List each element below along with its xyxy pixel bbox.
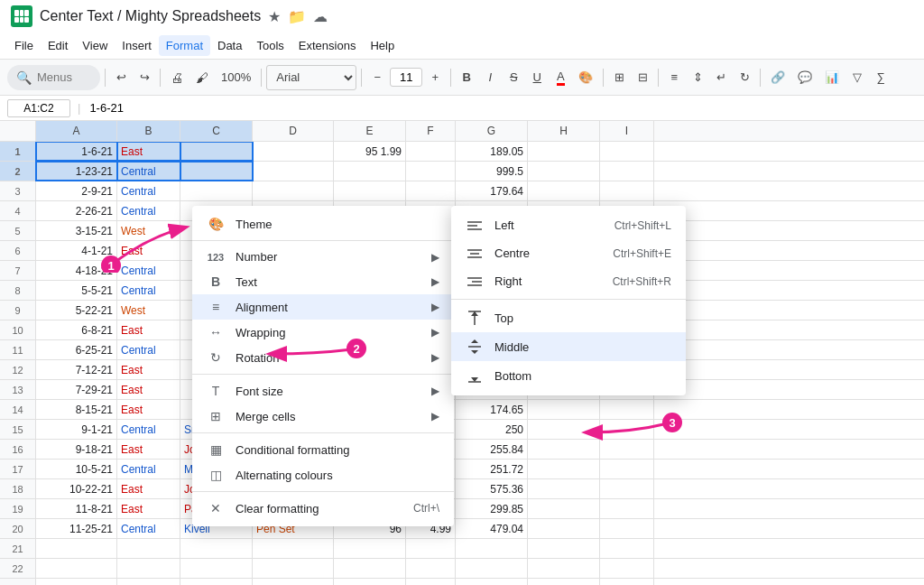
cell-a[interactable]: 4-1-21	[36, 241, 117, 260]
col-header-c[interactable]: C	[180, 121, 253, 141]
cell-g[interactable]: 174.65	[456, 400, 528, 419]
cell-e[interactable]: 95 1.99	[334, 142, 406, 161]
cell-h[interactable]	[528, 420, 600, 439]
cell-c[interactable]	[180, 539, 253, 558]
cell-g[interactable]: 575.36	[456, 479, 528, 498]
cell-b[interactable]: Central	[117, 181, 180, 200]
col-header-g[interactable]: G	[456, 121, 528, 141]
menu-edit[interactable]: Edit	[41, 35, 75, 56]
cell-h[interactable]	[528, 539, 600, 558]
bold-button[interactable]: B	[456, 65, 477, 90]
font-select[interactable]: Arial	[266, 65, 356, 90]
col-header-b[interactable]: B	[117, 121, 180, 141]
cell-g[interactable]: 251.72	[456, 460, 528, 478]
cell-c[interactable]	[180, 559, 253, 578]
cell-reference[interactable]	[7, 99, 70, 117]
cell-a[interactable]	[36, 579, 117, 585]
wrapping-item[interactable]: ↔ Wrapping ▶	[192, 320, 454, 345]
cell-h[interactable]	[528, 440, 600, 459]
cell-h[interactable]	[528, 479, 600, 498]
cell-c[interactable]	[180, 162, 253, 181]
align-middle-item[interactable]: Middle	[451, 332, 686, 361]
col-header-a[interactable]: A	[36, 121, 117, 141]
cell-a[interactable]: 7-29-21	[36, 380, 117, 399]
align-left-item[interactable]: Left Ctrl+Shift+L	[451, 211, 686, 239]
cell-a[interactable]	[36, 559, 117, 578]
text-color-button[interactable]: A	[550, 65, 571, 90]
italic-button[interactable]: I	[479, 65, 501, 90]
cell-b[interactable]: East	[117, 440, 180, 459]
cell-e[interactable]	[334, 162, 406, 181]
star-icon[interactable]: ★	[268, 8, 281, 25]
align-h-button[interactable]: ≡	[663, 65, 685, 90]
redo-button[interactable]: ↪	[134, 65, 155, 90]
cell-b[interactable]: Central	[117, 420, 180, 439]
cell-i[interactable]	[600, 460, 654, 478]
underline-button[interactable]: U	[526, 65, 548, 90]
cell-d[interactable]	[253, 142, 334, 161]
cell-a[interactable]: 1-23-21	[36, 162, 117, 181]
menu-extensions[interactable]: Extensions	[291, 35, 364, 56]
menu-view[interactable]: View	[75, 35, 115, 56]
cell-i[interactable]	[600, 479, 654, 498]
menu-help[interactable]: Help	[363, 35, 402, 56]
cell-a[interactable]: 10-5-21	[36, 460, 117, 478]
borders-button[interactable]: ⊞	[608, 65, 630, 90]
cell-b[interactable]: East	[117, 320, 180, 339]
cell-h[interactable]	[528, 559, 600, 578]
menu-format[interactable]: Format	[159, 35, 210, 56]
cell-b[interactable]: East	[117, 142, 180, 161]
cell-a[interactable]: 2-9-21	[36, 181, 117, 200]
cell-a[interactable]: 7-12-21	[36, 360, 117, 379]
print-button[interactable]: 🖨	[165, 65, 189, 90]
fill-color-button[interactable]: 🎨	[573, 65, 598, 90]
text-item[interactable]: B Text ▶	[192, 269, 454, 294]
cloud-icon[interactable]: ☁	[313, 8, 328, 25]
cell-a[interactable]: 4-18-21	[36, 261, 117, 280]
cell-f[interactable]	[406, 579, 456, 585]
cell-e[interactable]	[334, 559, 406, 578]
align-bottom-item[interactable]: Bottom	[451, 361, 686, 390]
function-button[interactable]: ∑	[870, 65, 892, 90]
cell-a[interactable]: 9-18-21	[36, 440, 117, 459]
cell-g[interactable]	[456, 579, 528, 585]
cell-b[interactable]: Central	[117, 201, 180, 220]
cell-d[interactable]	[253, 181, 334, 200]
cell-i[interactable]	[600, 400, 654, 419]
cell-f[interactable]	[406, 142, 456, 161]
col-header-i[interactable]: I	[600, 121, 654, 141]
cell-b[interactable]: East	[117, 241, 180, 260]
cell-g[interactable]: 479.04	[456, 519, 528, 538]
cell-b[interactable]: Central	[117, 340, 180, 359]
cell-i[interactable]	[600, 162, 654, 181]
cell-a[interactable]: 6-8-21	[36, 320, 117, 339]
cell-b[interactable]: East	[117, 400, 180, 419]
wrap-button[interactable]: ↵	[710, 65, 732, 90]
cell-h[interactable]	[528, 400, 600, 419]
cell-g[interactable]: 189.05	[456, 142, 528, 161]
cell-e[interactable]	[334, 539, 406, 558]
cell-b[interactable]: East	[117, 479, 180, 498]
cell-b[interactable]: Central	[117, 460, 180, 478]
cell-i[interactable]	[600, 181, 654, 200]
rotate-button[interactable]: ↻	[734, 65, 755, 90]
formula-input[interactable]	[88, 99, 917, 116]
cell-b[interactable]: West	[117, 221, 180, 240]
cell-a[interactable]: 1-6-21	[36, 142, 117, 161]
font-size-increase[interactable]: +	[424, 65, 446, 90]
search-input[interactable]	[37, 70, 91, 84]
number-item[interactable]: 123 Number ▶	[192, 245, 454, 269]
cell-h[interactable]	[528, 181, 600, 200]
align-v-button[interactable]: ⇕	[687, 65, 708, 90]
cell-h[interactable]	[528, 499, 600, 518]
filter-button[interactable]: ▽	[846, 65, 868, 90]
cell-d[interactable]	[253, 539, 334, 558]
cell-b[interactable]: West	[117, 301, 180, 320]
cell-g[interactable]: 250	[456, 420, 528, 439]
cell-b[interactable]: Central	[117, 162, 180, 181]
merge-button[interactable]: ⊟	[632, 65, 653, 90]
font-size-input[interactable]	[390, 68, 422, 87]
cell-d[interactable]	[253, 162, 334, 181]
cell-a[interactable]: 3-15-21	[36, 221, 117, 240]
cell-i[interactable]	[600, 499, 654, 518]
